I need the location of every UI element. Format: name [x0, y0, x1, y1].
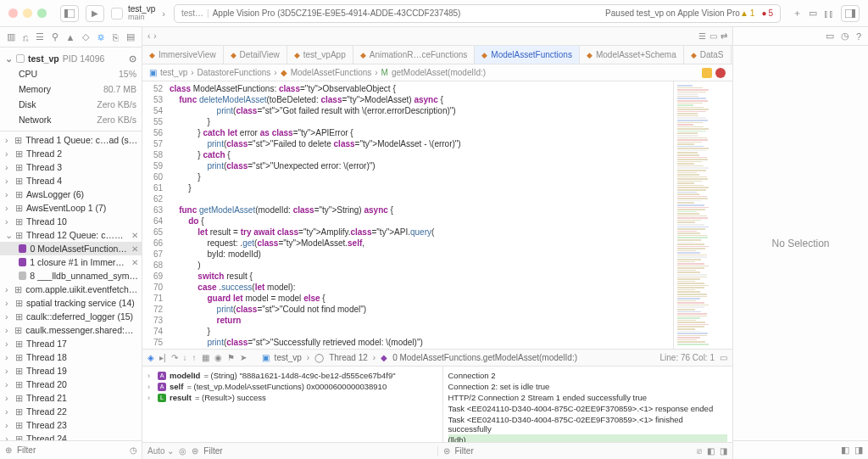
disclosure-icon[interactable]: › — [5, 325, 11, 335]
disclosure-icon[interactable]: ⌄ — [5, 230, 12, 240]
variables-filter-input[interactable] — [203, 446, 431, 456]
view-debugger-icon[interactable]: ▦ — [202, 353, 209, 362]
errors-indicator[interactable]: ●5 — [761, 8, 773, 18]
path-bar[interactable]: ▣ test_vp› DatastoreFunctions› ◆ ModelAs… — [142, 64, 732, 81]
disclosure-icon[interactable]: › — [5, 298, 12, 308]
disclosure-icon[interactable]: › — [5, 189, 12, 199]
scheme-selector[interactable]: test_vp main › — [111, 5, 167, 21]
disclosure-icon[interactable]: › — [5, 434, 12, 440]
stack-frame-row[interactable]: 8 ___lldb_unnamed_symbo… — [0, 269, 142, 283]
crumb-0[interactable]: test_vp — [160, 68, 187, 77]
disclosure-icon[interactable]: › — [5, 135, 11, 145]
editor-options-icon[interactable]: ⇄ — [721, 31, 727, 41]
editor-tab[interactable]: ◆ModelAssetFunctions — [475, 46, 580, 64]
find-icon[interactable]: ⚲ — [52, 31, 58, 42]
row-accessory-icon[interactable]: ✕ — [131, 244, 138, 254]
layout-right-icon[interactable]: ◨ — [720, 446, 727, 456]
folder-icon[interactable]: ▥ — [7, 31, 15, 42]
disclosure-icon[interactable]: › — [147, 393, 154, 402]
thread-row[interactable]: ›⊞Thread 19 — [0, 364, 142, 378]
quicklook-icon[interactable]: ◎ — [179, 446, 186, 456]
row-accessory-icon[interactable]: ✕ — [131, 231, 138, 240]
thread-row[interactable]: ›⊞spatial tracking service (14) — [0, 296, 142, 310]
disclosure-icon[interactable]: › — [147, 382, 154, 391]
tests-icon[interactable]: ◇ — [82, 31, 89, 42]
lldb-prompt[interactable]: (lldb) — [448, 434, 728, 442]
add-editor-icon[interactable]: ▭ — [709, 31, 717, 41]
footer-layout-left-icon[interactable]: ◧ — [841, 445, 849, 456]
code-content[interactable]: class ModelAssetFunctions: class="ty">Ob… — [166, 81, 673, 349]
filter-icon[interactable]: ⊕ — [5, 445, 12, 455]
plus-icon[interactable]: ＋ — [793, 7, 802, 20]
thread-row[interactable]: ›⊞caulk::deferred_logger (15) — [0, 310, 142, 323]
disclosure-icon[interactable]: › — [5, 216, 12, 227]
issues-icon[interactable]: ▲ — [66, 32, 75, 42]
run-button[interactable]: ▶ — [86, 5, 104, 22]
split-editor-icon[interactable]: ⫿⫿ — [824, 8, 834, 19]
toggle-inspector-button[interactable] — [841, 5, 860, 22]
thread-row[interactable]: ›⊞Thread 24 — [0, 432, 142, 440]
disclosure-icon[interactable]: › — [5, 176, 12, 186]
clear-console-icon[interactable]: ⎚ — [697, 446, 702, 456]
toggle-navigator-button[interactable] — [60, 5, 79, 22]
thread-row[interactable]: ›⊞Thread 21 — [0, 391, 142, 405]
line-gutter[interactable]: 5253545556575859606162636465666768697071… — [142, 81, 166, 349]
variable-row[interactable]: ›A modelId = (String) "888a1621-14d8-4c9… — [147, 370, 437, 381]
thread-row[interactable]: ›⊞Thread 2 — [0, 147, 142, 160]
zoom-window-button[interactable] — [37, 8, 47, 18]
library-icon[interactable]: ▭ — [809, 8, 817, 19]
editor-tab[interactable]: ◆AnimationR…ceFunctions — [353, 46, 476, 64]
thread-row[interactable]: ›⊞Thread 17 — [0, 337, 142, 350]
editor-tab[interactable]: ◆ModelAsset+Schema — [580, 46, 684, 64]
filter-icon[interactable]: ⊜ — [192, 446, 198, 456]
help-inspector-icon[interactable]: ? — [856, 31, 861, 42]
related-items-icon[interactable]: ☰ — [698, 31, 706, 41]
clock-icon[interactable]: ◷ — [130, 445, 137, 455]
editor-tab[interactable]: ◆DetailView — [224, 46, 287, 64]
history-inspector-icon[interactable]: ◷ — [841, 31, 849, 42]
disclosure-icon[interactable]: › — [5, 420, 12, 430]
thread-row[interactable]: ›⊞Thread 20 — [0, 378, 142, 391]
warnings-indicator[interactable]: ▲1 — [740, 8, 754, 18]
stack-frame-row[interactable]: 0 ModelAssetFunctions.…✕ — [0, 242, 142, 255]
minimize-window-button[interactable] — [23, 8, 32, 18]
step-over-icon[interactable]: ↷ — [171, 353, 178, 362]
toggle-breakpoints-icon[interactable]: ◈ — [147, 353, 154, 362]
forward-button[interactable]: › — [153, 31, 156, 41]
file-inspector-icon[interactable]: ▭ — [826, 31, 834, 42]
stack-frame-row[interactable]: 1 closure #1 in Immersiv…✕ — [0, 255, 142, 269]
disclosure-icon[interactable]: › — [5, 352, 12, 362]
navigator-filter-input[interactable] — [17, 445, 125, 455]
crumb-1[interactable]: DatastoreFunctions — [198, 68, 271, 77]
thread-row[interactable]: ›⊞Thread 4 — [0, 174, 142, 188]
thread-row[interactable]: ›⊞Thread 1 Queue: c…ad (serial) — [0, 133, 142, 147]
file-error-icon[interactable] — [715, 68, 726, 78]
breakpoints-icon[interactable]: ⎘ — [113, 32, 119, 42]
variable-row[interactable]: ›A self = (test_vp.ModelAssetFunctions) … — [147, 381, 437, 392]
debug-crumb-2[interactable]: 0 ModelAssetFunctions.getModelAsset(mode… — [392, 353, 577, 362]
chevron-down-icon[interactable]: ⌄ — [5, 53, 13, 64]
editor-tab[interactable]: ◆ImmersiveView — [142, 46, 224, 64]
disclosure-icon[interactable]: › — [5, 148, 12, 159]
process-settings-icon[interactable]: ⊙ — [129, 53, 136, 64]
activity-status-bar[interactable]: test… | Apple Vision Pro (3D5CZ19E-E9E5-… — [174, 4, 781, 23]
back-button[interactable]: ‹ — [147, 31, 150, 41]
disclosure-icon[interactable]: › — [5, 162, 12, 172]
disclosure-icon[interactable]: › — [5, 406, 12, 417]
console-options-icon[interactable]: ⊜ — [443, 446, 450, 456]
disclosure-icon[interactable]: › — [147, 371, 154, 380]
console-output[interactable]: Connection 2Connection 2: set is idle tr… — [443, 367, 733, 442]
disclosure-icon[interactable]: › — [5, 203, 12, 213]
thread-row[interactable]: ›⊞Thread 10 — [0, 215, 142, 228]
thread-row[interactable]: ›⊞Thread 23 — [0, 418, 142, 432]
thread-row[interactable]: ›⊞com.apple.uikit.eventfetch-th… — [0, 283, 142, 296]
thread-list[interactable]: ›⊞Thread 1 Queue: c…ad (serial)›⊞Thread … — [0, 132, 142, 440]
hide-debug-icon[interactable]: ▭ — [720, 353, 727, 362]
step-into-icon[interactable]: ↓ — [183, 353, 187, 362]
thread-row[interactable]: ›⊞Thread 3 — [0, 160, 142, 174]
thread-row[interactable]: ⌄⊞Thread 12 Queue: c…ncurrent)✕ — [0, 228, 142, 242]
crumb-3[interactable]: getModelAsset(modelId:) — [392, 68, 486, 77]
debug-icon[interactable]: ⛭ — [97, 32, 106, 42]
thread-row[interactable]: ›⊞Thread 18 — [0, 350, 142, 364]
auto-scope-selector[interactable]: Auto ⌄ — [147, 446, 174, 456]
